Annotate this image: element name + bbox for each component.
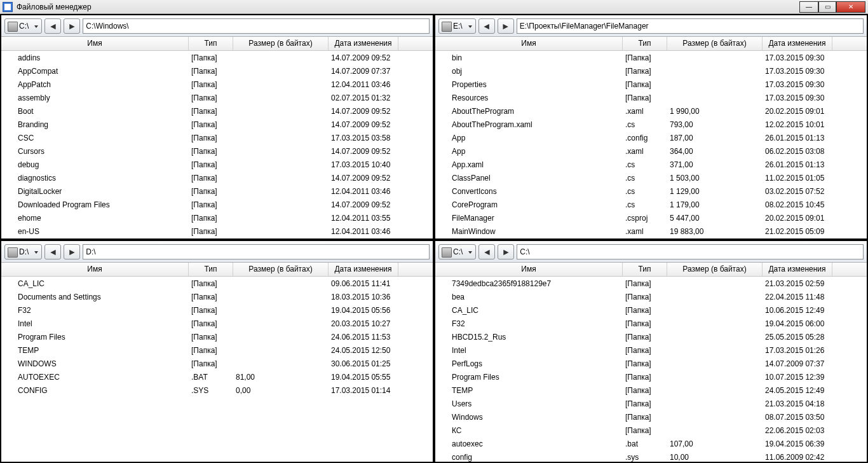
file-type: [Папка] — [191, 80, 236, 89]
file-date: 20.02.2015 09:01 — [765, 214, 835, 223]
col-header-size[interactable]: Размер (в байтах) — [233, 263, 329, 276]
path-input[interactable]: E:\Проекты\FileManager\FileManager — [517, 18, 864, 34]
file-date: 24.05.2015 12:50 — [331, 346, 401, 355]
col-header-name[interactable]: Имя — [435, 37, 623, 50]
col-header-name[interactable]: Имя — [1, 37, 189, 50]
list-item[interactable]: Documents and Settings[Папка]18.03.2015 … — [1, 290, 433, 303]
list-item[interactable]: Downloaded Program Files[Папка]14.07.200… — [1, 198, 433, 211]
list-item[interactable]: App.xaml364,0006.02.2015 03:08 — [435, 144, 867, 158]
file-type: [Папка] — [191, 293, 236, 301]
file-icon — [439, 227, 449, 236]
nav-back-button[interactable]: ◄ — [44, 18, 61, 34]
drive-select[interactable]: C:\ — [4, 18, 42, 34]
col-header-size[interactable]: Размер (в байтах) — [667, 263, 763, 276]
list-item[interactable]: diagnostics[Папка]14.07.2009 09:52 — [1, 171, 433, 184]
list-item[interactable]: Intel[Папка]20.03.2015 10:27 — [1, 317, 433, 330]
col-header-type[interactable]: Тип — [189, 263, 233, 276]
nav-back-button[interactable]: ◄ — [478, 244, 495, 259]
list-item[interactable]: obj[Папка]17.03.2015 09:30 — [435, 64, 867, 78]
col-header-size[interactable]: Размер (в байтах) — [233, 37, 329, 50]
list-item[interactable]: App.xaml.cs371,0026.01.2015 01:13 — [435, 158, 867, 171]
list-item[interactable]: WINDOWS[Папка]30.06.2015 01:25 — [1, 357, 433, 370]
list-item[interactable]: CSC[Папка]17.03.2015 03:58 — [1, 131, 433, 144]
list-item[interactable]: MainWindow.xaml19 883,0021.02.2015 05:09 — [435, 225, 867, 238]
list-item[interactable]: ClassPanel.cs1 503,0011.02.2015 01:05 — [435, 171, 867, 184]
col-header-size[interactable]: Размер (в байтах) — [667, 37, 763, 50]
nav-forward-button[interactable]: ► — [64, 244, 80, 259]
list-item[interactable]: ConvertIcons.cs1 129,0003.02.2015 07:52 — [435, 184, 867, 198]
file-date: 12.04.2011 03:46 — [331, 187, 401, 196]
list-item[interactable]: TEMP[Папка]24.05.2015 12:50 — [1, 343, 433, 357]
list-item[interactable]: HBCD15.2_Rus[Папка]25.05.2015 05:28 — [435, 330, 867, 343]
list-item[interactable]: Properties[Папка]17.03.2015 09:30 — [435, 78, 867, 91]
list-item[interactable]: Cursors[Папка]14.07.2009 09:52 — [1, 144, 433, 158]
list-item[interactable]: Resources[Папка]17.03.2015 09:30 — [435, 91, 867, 104]
list-item[interactable]: Boot[Папка]14.07.2009 09:52 — [1, 104, 433, 118]
file-name: Branding — [18, 120, 191, 129]
folder-icon — [5, 160, 15, 169]
list-item[interactable]: КС[Папка]22.06.2015 02:03 — [435, 424, 867, 437]
list-item[interactable]: AppCompat[Папка]14.07.2009 07:37 — [1, 64, 433, 78]
file-type: [Папка] — [191, 53, 236, 62]
list-item[interactable]: debug[Папка]17.03.2015 10:40 — [1, 158, 433, 171]
path-input[interactable]: C:\ — [517, 244, 864, 259]
col-header-date[interactable]: Дата изменения — [329, 37, 398, 50]
list-item[interactable]: Branding[Папка]14.07.2009 09:52 — [1, 118, 433, 131]
col-header-date[interactable]: Дата изменения — [763, 37, 832, 50]
path-input[interactable]: D:\ — [83, 244, 430, 259]
list-item[interactable]: CA_LIC[Папка]10.06.2015 12:49 — [435, 303, 867, 317]
list-item[interactable]: DigitalLocker[Папка]12.04.2011 03:46 — [1, 184, 433, 198]
list-item[interactable]: AppPatch[Папка]12.04.2011 03:46 — [1, 78, 433, 91]
list-item[interactable]: F32[Папка]19.04.2015 06:00 — [435, 317, 867, 330]
file-type: [Папка] — [625, 359, 670, 368]
drive-select[interactable]: D:\ — [4, 244, 42, 259]
list-item[interactable]: assembly[Папка]02.07.2015 01:32 — [1, 91, 433, 104]
list-item[interactable]: AboutTheProgram.xaml1 990,0020.02.2015 0… — [435, 104, 867, 118]
maximize-button[interactable]: ▭ — [818, 1, 836, 13]
list-item[interactable]: Program Files[Папка]10.07.2015 12:39 — [435, 370, 867, 384]
list-item[interactable]: Windows[Папка]08.07.2015 03:50 — [435, 410, 867, 424]
nav-forward-button[interactable]: ► — [498, 18, 514, 34]
file-name: TEMP — [452, 386, 625, 395]
nav-forward-button[interactable]: ► — [64, 18, 80, 34]
minimize-button[interactable]: — — [799, 1, 818, 13]
list-item[interactable]: config.sys10,0011.06.2009 02:42 — [435, 450, 867, 462]
list-item[interactable]: CA_LIC[Папка]09.06.2015 11:41 — [1, 277, 433, 290]
list-item[interactable]: en-US[Папка]12.04.2011 03:46 — [1, 225, 433, 238]
folder-icon — [5, 359, 15, 368]
list-item[interactable]: 7349dedbca2365f9188129e7[Папка]21.03.201… — [435, 277, 867, 290]
list-item[interactable]: TEMP[Папка]24.05.2015 12:49 — [435, 384, 867, 397]
list-item[interactable]: AboutTheProgram.xaml.cs793,0012.02.2015 … — [435, 118, 867, 131]
drive-select[interactable]: C:\ — [438, 244, 476, 259]
nav-forward-button[interactable]: ► — [498, 244, 514, 259]
col-header-type[interactable]: Тип — [623, 37, 667, 50]
col-header-date[interactable]: Дата изменения — [763, 263, 832, 276]
col-header-name[interactable]: Имя — [435, 263, 623, 276]
col-header-date[interactable]: Дата изменения — [329, 263, 398, 276]
close-button[interactable]: ✕ — [836, 1, 865, 13]
list-item[interactable]: CONFIG.SYS0,0017.03.2015 01:14 — [1, 384, 433, 397]
drive-select[interactable]: E:\ — [438, 18, 476, 34]
list-item[interactable]: Intel[Папка]17.03.2015 01:26 — [435, 343, 867, 357]
list-item[interactable]: addins[Папка]14.07.2009 09:52 — [1, 51, 433, 64]
list-item[interactable]: Program Files[Папка]24.06.2015 11:53 — [1, 330, 433, 343]
list-item[interactable]: ehome[Папка]12.04.2011 03:55 — [1, 211, 433, 225]
list-item[interactable]: Users[Папка]21.03.2015 04:18 — [435, 397, 867, 410]
col-header-type[interactable]: Тип — [623, 263, 667, 276]
list-item[interactable]: AUTOEXEC.BAT81,0019.04.2015 05:55 — [1, 370, 433, 384]
nav-back-button[interactable]: ◄ — [44, 244, 61, 259]
col-header-type[interactable]: Тип — [189, 37, 233, 50]
list-item[interactable]: PerfLogs[Папка]14.07.2009 07:37 — [435, 357, 867, 370]
list-item[interactable]: App.config187,0026.01.2015 01:13 — [435, 131, 867, 144]
path-input[interactable]: C:\Windows\ — [83, 18, 430, 34]
file-type: [Папка] — [191, 107, 236, 116]
list-item[interactable]: bin[Папка]17.03.2015 09:30 — [435, 51, 867, 64]
list-item[interactable]: CoreProgram.cs1 179,0008.02.2015 10:45 — [435, 198, 867, 211]
list-item[interactable]: FileManager.csproj5 447,0020.02.2015 09:… — [435, 211, 867, 225]
col-header-name[interactable]: Имя — [1, 263, 189, 276]
file-name: App — [452, 134, 625, 142]
nav-back-button[interactable]: ◄ — [478, 18, 495, 34]
list-item[interactable]: F32[Папка]19.04.2015 05:56 — [1, 303, 433, 317]
list-item[interactable]: autoexec.bat107,0019.04.2015 06:39 — [435, 437, 867, 450]
list-item[interactable]: bea[Папка]22.04.2015 11:48 — [435, 290, 867, 303]
